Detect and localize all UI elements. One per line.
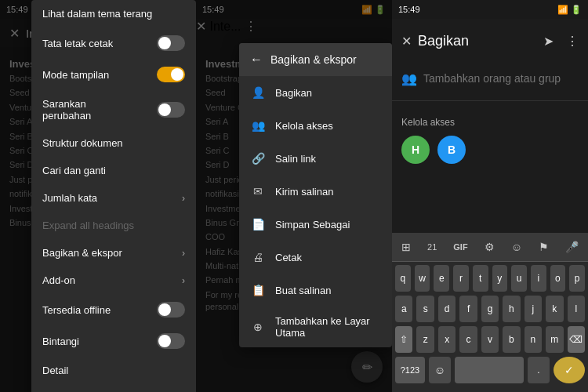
more-share-icon[interactable]: ⋮ — [566, 34, 579, 49]
link-icon: 🔗 — [250, 151, 266, 166]
toggle-suggest[interactable] — [157, 102, 185, 118]
share-item-kelola[interactable]: 👥 Kelola akses — [239, 109, 392, 142]
avatar-1[interactable]: H — [401, 136, 430, 164]
avatar-2[interactable]: B — [437, 136, 466, 164]
key-m[interactable]: m — [546, 326, 563, 353]
key-r[interactable]: r — [453, 265, 469, 292]
key-v[interactable]: v — [481, 326, 499, 353]
share-item-buat-salinan[interactable]: 📋 Buat salinan — [239, 274, 392, 307]
key-z[interactable]: z — [416, 326, 434, 353]
share-item-salin-link[interactable]: 🔗 Salin link — [239, 142, 392, 175]
access-label: Kelola akses — [401, 117, 579, 128]
access-avatars: H B — [401, 136, 579, 164]
panel-share-menu: 15:49 📶 🔋 ✕ Inte... ⋮ Investment Bootstr… — [196, 0, 392, 392]
toggle-offline[interactable] — [157, 302, 185, 318]
key-n[interactable]: n — [524, 326, 542, 353]
menu-item-theme[interactable]: Lihat dalam tema terang — [31, 0, 196, 27]
menu-item-offline[interactable]: Tersedia offline — [31, 294, 196, 325]
panel-share-dialog: 15:49 📶 🔋 ✕ Bagikan ➤ ⋮ 👥 Kelola akses H… — [392, 0, 588, 392]
key-emoji-face[interactable]: ☺ — [429, 357, 451, 383]
chevron-share: › — [182, 248, 185, 259]
key-w[interactable]: w — [415, 265, 430, 292]
key-x[interactable]: x — [438, 326, 456, 353]
keyboard-row-3: ⇧ z x c v b n m ⌫ — [395, 326, 585, 353]
status-bar-3: 15:49 📶 🔋 — [392, 0, 588, 19]
kb-gear-icon[interactable]: ⚙ — [481, 238, 498, 256]
access-section: Kelola akses H B — [392, 107, 588, 186]
send-icon: ✉ — [250, 183, 266, 199]
key-g[interactable]: g — [481, 296, 499, 322]
key-h[interactable]: h — [503, 296, 520, 322]
people-input-row: 👥 — [392, 63, 588, 94]
back-arrow-icon[interactable]: ← — [250, 53, 263, 67]
kb-flag-icon[interactable]: ⚑ — [535, 238, 552, 256]
menu-item-expand-headings[interactable]: Expand all headings — [31, 212, 196, 239]
key-s[interactable]: s — [416, 296, 434, 322]
key-enter[interactable]: ✓ — [554, 357, 585, 383]
kb-mic-icon[interactable]: 🎤 — [562, 238, 582, 256]
key-c[interactable]: c — [459, 326, 477, 353]
menu-item-display-mode[interactable]: Mode tampilan — [31, 59, 196, 90]
key-period[interactable]: . — [528, 357, 550, 383]
kb-emoji-icon[interactable]: ☺ — [508, 238, 525, 256]
menu-item-print-layout[interactable]: Tata letak cetak — [31, 27, 196, 59]
menu-item-word-count[interactable]: Jumlah kata › — [31, 184, 196, 212]
keyboard-toolbar: ⊞ 21 GIF ⚙ ☺ ⚑ 🎤 — [392, 233, 588, 262]
copy-icon: 📋 — [250, 282, 266, 298]
toggle-star[interactable] — [157, 333, 185, 349]
key-space[interactable] — [455, 357, 524, 383]
share-dialog-header: ✕ Bagikan ➤ ⋮ — [392, 19, 588, 63]
toggle-display-mode[interactable] — [157, 67, 185, 82]
key-b[interactable]: b — [503, 326, 520, 353]
share-dropdown: ← Bagikan & ekspor 👤 Bagikan 👥 Kelola ak… — [239, 43, 392, 347]
close-share-icon[interactable]: ✕ — [401, 34, 412, 49]
key-d[interactable]: d — [438, 296, 456, 322]
share-item-kirim[interactable]: ✉ Kirim salinan — [239, 175, 392, 208]
context-menu-1: Lihat dalam tema terang Tata letak cetak… — [31, 0, 196, 392]
key-o[interactable]: o — [550, 265, 566, 292]
menu-item-structure[interactable]: Struktur dokumen — [31, 129, 196, 157]
key-t[interactable]: t — [473, 265, 488, 292]
chevron-word-count: › — [182, 193, 185, 204]
key-p[interactable]: p — [569, 265, 585, 292]
kb-gif-icon[interactable]: GIF — [450, 239, 470, 255]
menu-item-addon[interactable]: Add-on › — [31, 267, 196, 294]
key-backspace[interactable]: ⌫ — [568, 326, 585, 353]
key-f[interactable]: f — [459, 296, 477, 322]
keyboard-rows: q w e r t y u i o p a s d f g h j k l — [392, 262, 588, 392]
keyboard-row-2: a s d f g h j k l — [395, 296, 585, 322]
key-l[interactable]: l — [568, 296, 585, 322]
share-item-layar-utama[interactable]: ⊕ Tambahkan ke Layar Utama — [239, 307, 392, 347]
menu-item-suggest[interactable]: Sarankan perubahan — [31, 90, 196, 129]
share-item-cetak[interactable]: 🖨 Cetak — [239, 241, 392, 274]
key-y[interactable]: y — [492, 265, 508, 292]
key-j[interactable]: j — [524, 296, 542, 322]
key-k[interactable]: k — [546, 296, 563, 322]
people-input[interactable] — [423, 69, 579, 88]
key-shift[interactable]: ⇧ — [395, 326, 412, 353]
share-item-bagikan[interactable]: 👤 Bagikan — [239, 76, 392, 109]
key-u[interactable]: u — [511, 265, 527, 292]
kb-num-icon[interactable]: 21 — [424, 239, 440, 255]
toggle-print-layout[interactable] — [157, 35, 185, 51]
key-a[interactable]: a — [395, 296, 412, 322]
menu-item-detail[interactable]: Detail — [31, 357, 196, 384]
save-as-icon: 📄 — [250, 216, 266, 232]
panel-menu: 15:49 📶 🔋 ✕ Inte... ⋮ Investment Bootstr… — [0, 0, 196, 392]
divider — [392, 100, 588, 101]
send-share-icon[interactable]: ➤ — [543, 34, 554, 49]
menu-item-find-replace[interactable]: Cari dan ganti — [31, 157, 196, 184]
menu-item-star[interactable]: Bintangi — [31, 325, 196, 357]
menu-item-share-export[interactable]: Bagikan & ekspor › — [31, 239, 196, 267]
share-dropdown-header: ← Bagikan & ekspor — [239, 43, 392, 76]
share-item-simpan[interactable]: 📄 Simpan Sebagai — [239, 208, 392, 241]
key-e[interactable]: e — [434, 265, 449, 292]
key-i[interactable]: i — [531, 265, 546, 292]
menu-item-help[interactable]: Bantuan & masukan — [31, 384, 196, 392]
keyboard-row-4: ?123 ☺ . ✓ — [395, 357, 585, 383]
kb-grid-icon[interactable]: ⊞ — [398, 238, 414, 256]
key-q[interactable]: q — [395, 265, 411, 292]
keyboard-row-1: q w e r t y u i o p — [395, 265, 585, 292]
people-input-icon: 👥 — [401, 71, 417, 86]
key-num-sym[interactable]: ?123 — [395, 357, 425, 383]
